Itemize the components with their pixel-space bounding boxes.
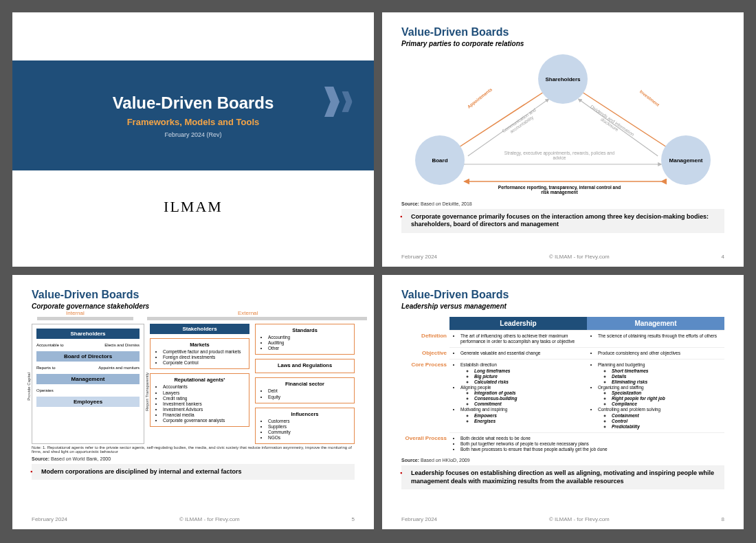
- markets-head: Markets: [155, 342, 245, 348]
- source-text: Based on Deloitte, 2018: [421, 201, 472, 206]
- row-core: Core Process: [401, 359, 449, 432]
- box-markets: Markets Competitive factor and product m…: [150, 338, 249, 369]
- box-standards: Standards AccountingAuditingOther: [255, 324, 355, 355]
- footer-copy: © ILMAM - for Flevy.com: [437, 254, 722, 260]
- section-title: Value-Driven Boards: [401, 289, 724, 301]
- label-strategy: Strategy, executive appointments, reward…: [498, 151, 621, 160]
- svg-line-1: [577, 89, 671, 151]
- lbl-elects: Elects and Dismiss: [104, 343, 140, 347]
- standards-head: Standards: [260, 327, 350, 333]
- label-external: External: [238, 310, 258, 316]
- deck-subtitle: Frameworks, Models and Tools: [127, 117, 260, 127]
- key-takeaway: Modern corporations are disciplined by i…: [32, 464, 355, 480]
- section-subtitle: Corporate governance stakeholders: [32, 302, 355, 310]
- inf-list: CustomersSuppliersCommunityNGOs: [260, 419, 350, 441]
- comparison-table: Leadership Management Definition The art…: [401, 317, 724, 455]
- row-overall: Overall Process: [401, 432, 449, 455]
- standards-list: AccountingAuditingOther: [260, 335, 350, 351]
- lbl-appoints: Appoints and monitors: [98, 366, 140, 370]
- side-report: Report Transparently: [145, 373, 149, 411]
- box-laws: Laws and Regulations: [255, 359, 355, 373]
- side-provide-capital: Provide Capital: [27, 373, 31, 401]
- fin-head: Financial sector: [260, 381, 350, 387]
- governance-diagram: Shareholders Board Management Appointmen…: [415, 54, 711, 199]
- label-performance: Performance reporting, transparency, int…: [498, 185, 621, 195]
- lbl-reports: Reports to: [36, 366, 56, 370]
- stakeholder-diagram: Internal External Provide Capital Report…: [32, 318, 355, 444]
- core-management: Planning and budgetingShort timeframesDe…: [591, 362, 720, 430]
- slide-title: Value-Driven Boards Frameworks, Models a…: [12, 12, 374, 267]
- page-number: 8: [722, 516, 724, 522]
- footer-date: February 2024: [32, 516, 67, 522]
- internal-box: Provide Capital Report Transparently Sha…: [32, 324, 144, 444]
- chevron-icon: [324, 87, 355, 117]
- core-leadership: Establish directionLong timeframesBig pi…: [454, 362, 583, 423]
- svg-line-0: [454, 89, 548, 151]
- footer-date: February 2024: [401, 516, 437, 522]
- source-text: Based on World Bank, 2000: [51, 456, 111, 461]
- source-line: Source: Based on World Bank, 2000: [32, 456, 355, 461]
- deck-date: February 2024 (Rev): [164, 131, 221, 138]
- fin-list: DebtEquity: [260, 388, 350, 399]
- obj-management: Produce consistency and other objectives: [598, 351, 720, 356]
- slide-stakeholders: Value-Driven Boards Corporate governance…: [12, 275, 374, 529]
- slide-footer: February 2024 © ILMAM - for Flevy.com 4: [382, 251, 744, 267]
- box-reputational: Reputational agents¹ AccountantsLawyersC…: [150, 373, 249, 427]
- def-leadership: The art of influencing others to achieve…: [460, 333, 583, 344]
- section-subtitle: Primary parties to corporate relations: [401, 40, 724, 47]
- footer-copy: © ILMAM - for Flevy.com: [437, 516, 722, 522]
- box-financial: Financial sector DebtEquity: [255, 377, 355, 403]
- col-management: Management: [587, 317, 724, 330]
- footnote: Note: 1. Reputational agents refer to th…: [32, 445, 355, 454]
- col-leadership: Leadership: [449, 317, 587, 330]
- key-takeaway: Corporate governance primarily focuses o…: [401, 209, 724, 233]
- markets-list: Competitive factor and product marketsFo…: [155, 349, 245, 366]
- node-board: Board: [415, 135, 465, 185]
- box-board: Board of Directors: [36, 351, 140, 362]
- slide-leadership-vs-management: Value-Driven Boards Leadership versus ma…: [382, 275, 744, 529]
- lbl-operates: Operates: [36, 388, 54, 392]
- title-band: Value-Driven Boards Frameworks, Models a…: [12, 60, 374, 170]
- inf-head: Influencers: [260, 411, 350, 417]
- label-internal: Internal: [66, 310, 85, 316]
- source-line: Source: Based on Deloitte, 2018: [401, 201, 724, 206]
- slide-grid: Value-Driven Boards Frameworks, Models a…: [0, 0, 756, 542]
- overall-list: Both decide what needs to be doneBoth pu…: [454, 436, 720, 452]
- node-management: Management: [661, 135, 711, 185]
- source-line: Source: Based on HKIoD, 2009: [401, 458, 724, 463]
- slide-parties: Value-Driven Boards Primary parties to c…: [382, 12, 744, 267]
- bar-internal: [37, 317, 133, 320]
- row-definition: Definition: [401, 330, 449, 347]
- box-shareholders: Shareholders: [36, 329, 140, 339]
- def-management: The science of obtaining results through…: [598, 333, 720, 339]
- source-text: Based on HKIoD, 2009: [421, 458, 470, 463]
- bar-external: [147, 317, 367, 320]
- lbl-accountable: Accountable to: [36, 343, 64, 347]
- footer-copy: © ILMAM - for Flevy.com: [67, 516, 352, 522]
- rep-head: Reputational agents¹: [155, 377, 245, 383]
- box-influencers: Influencers CustomersSuppliersCommunityN…: [255, 408, 355, 445]
- brand-logo: ILMAM: [12, 198, 374, 216]
- key-takeaway: Leadership focuses on establishing direc…: [401, 465, 724, 489]
- slide-footer: February 2024 © ILMAM - for Flevy.com 8: [382, 513, 744, 529]
- page-number: 5: [352, 516, 355, 522]
- section-title: Value-Driven Boards: [32, 289, 355, 301]
- obj-leadership: Generate valuable and essential change: [460, 351, 583, 356]
- box-employees: Employees: [36, 397, 140, 407]
- section-subtitle: Leadership versus management: [401, 302, 724, 310]
- laws-head: Laws and Regulations: [260, 362, 350, 368]
- deck-title: Value-Driven Boards: [113, 93, 274, 113]
- section-title: Value-Driven Boards: [401, 26, 724, 38]
- node-shareholders: Shareholders: [538, 54, 588, 104]
- box-management: Management: [36, 374, 140, 384]
- footer-date: February 2024: [401, 254, 437, 260]
- box-stakeholders: Stakeholders: [150, 324, 249, 334]
- rep-list: AccountantsLawyersCredit ratingInvestmen…: [155, 384, 245, 423]
- page-number: 4: [722, 254, 724, 260]
- row-objective: Objective: [401, 347, 449, 359]
- slide-footer: February 2024 © ILMAM - for Flevy.com 5: [12, 513, 374, 529]
